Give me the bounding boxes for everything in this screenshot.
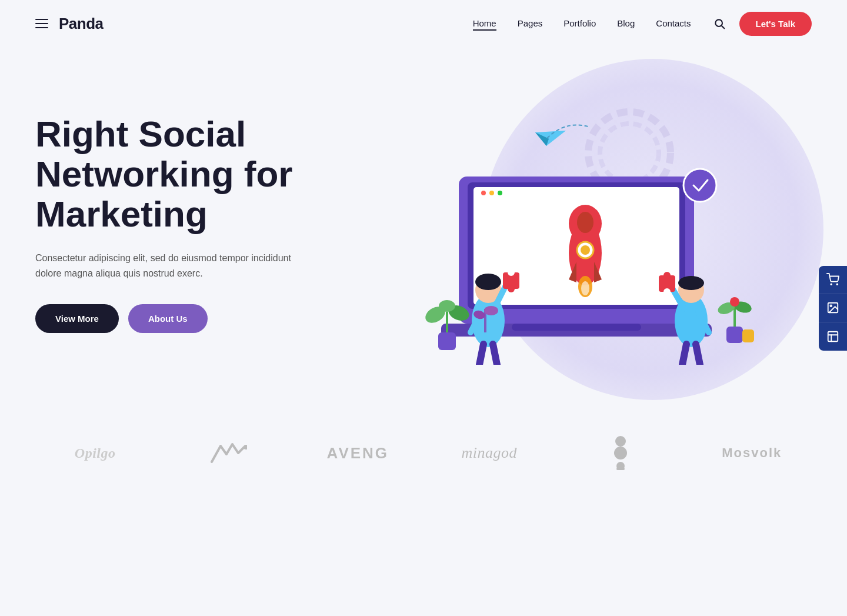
- svg-line-50: [682, 344, 686, 365]
- logo-opilgo-text: Opilgo: [75, 445, 116, 461]
- svg-point-44: [678, 276, 704, 290]
- nav-link-blog[interactable]: Blog: [617, 18, 635, 28]
- svg-point-47: [663, 272, 671, 279]
- svg-point-9: [498, 191, 502, 195]
- svg-point-26: [475, 274, 501, 290]
- gallery-sidebar-item[interactable]: [819, 294, 847, 322]
- svg-rect-52: [726, 327, 743, 343]
- nav-item-blog[interactable]: Blog: [617, 18, 635, 29]
- cart-sidebar-item[interactable]: [819, 266, 847, 294]
- logo-dots-svg: [606, 435, 635, 471]
- nav-item-pages[interactable]: Pages: [518, 18, 543, 29]
- hero-illustration-area: [341, 76, 812, 371]
- logo-minagod: minagod: [429, 444, 549, 462]
- svg-point-21: [683, 169, 716, 202]
- nav-item-home[interactable]: Home: [473, 18, 496, 29]
- hero-subtitle: Consectetur adipiscing elit, sed do eius…: [35, 251, 294, 281]
- sidebar-right: [819, 266, 847, 351]
- svg-point-38: [439, 300, 455, 312]
- lets-talk-button[interactable]: Let's Talk: [739, 12, 812, 36]
- logo: Panda: [59, 15, 104, 33]
- svg-line-51: [696, 344, 700, 365]
- svg-rect-62: [616, 468, 625, 470]
- logo-minagod-text: minagod: [461, 444, 517, 462]
- svg-line-1: [721, 26, 724, 29]
- svg-point-48: [663, 288, 671, 295]
- about-us-button[interactable]: About Us: [128, 304, 208, 333]
- bottom-partial: [0, 506, 847, 553]
- nav-item-portfolio[interactable]: Portfolio: [563, 18, 596, 29]
- logo-aveng: AVENG: [298, 444, 418, 462]
- svg-point-59: [615, 436, 626, 447]
- svg-point-14: [577, 212, 593, 233]
- svg-point-8: [489, 191, 494, 195]
- logo-shorthand-svg: [206, 441, 247, 465]
- hero-buttons: View More About Us: [35, 304, 341, 333]
- svg-point-16: [581, 245, 590, 255]
- layout-sidebar-item[interactable]: [819, 322, 847, 351]
- view-more-button[interactable]: View More: [35, 304, 119, 333]
- svg-rect-11: [512, 324, 641, 331]
- nav-link-home[interactable]: Home: [473, 18, 496, 31]
- logo-aveng-text: AVENG: [327, 444, 389, 462]
- nav-link-portfolio[interactable]: Portfolio: [563, 18, 596, 28]
- svg-point-20: [581, 281, 589, 295]
- hero-title: Right Social Networking for Marketing: [35, 114, 341, 235]
- logo-opilgo: Opilgo: [35, 445, 155, 461]
- svg-point-63: [831, 284, 832, 285]
- hero-section: Right Social Networking for Marketing Co…: [0, 47, 847, 412]
- svg-rect-67: [828, 331, 838, 341]
- nav-item-contacts[interactable]: Contacts: [656, 18, 691, 29]
- navbar: Panda Home Pages Portfolio Blog Contacts…: [0, 0, 847, 47]
- logos-section: Opilgo AVENG minagod Mosvolk: [0, 412, 847, 506]
- nav-link-contacts[interactable]: Contacts: [656, 18, 691, 28]
- logo-mosvolk: Mosvolk: [692, 445, 812, 461]
- svg-point-56: [730, 297, 739, 307]
- hero-left-content: Right Social Networking for Marketing Co…: [35, 114, 341, 334]
- svg-point-40: [484, 306, 498, 315]
- svg-rect-34: [438, 332, 456, 350]
- svg-point-30: [508, 285, 515, 292]
- svg-line-32: [479, 344, 483, 365]
- search-button[interactable]: [709, 13, 730, 34]
- nav-link-pages[interactable]: Pages: [518, 18, 543, 28]
- svg-rect-57: [742, 329, 754, 342]
- svg-point-7: [481, 191, 486, 195]
- svg-point-66: [830, 305, 832, 307]
- logo-icon-dots: [561, 435, 680, 471]
- logo-mosvolk-text: Mosvolk: [722, 445, 782, 461]
- svg-point-29: [508, 269, 515, 276]
- svg-point-3: [600, 124, 659, 182]
- hamburger-button[interactable]: [35, 19, 48, 28]
- logo-shorthand: [166, 441, 286, 465]
- svg-point-60: [614, 447, 627, 459]
- nav-links: Home Pages Portfolio Blog Contacts: [473, 18, 691, 29]
- svg-point-64: [836, 284, 838, 285]
- hero-svg-illustration: [394, 82, 759, 365]
- svg-line-33: [493, 344, 497, 365]
